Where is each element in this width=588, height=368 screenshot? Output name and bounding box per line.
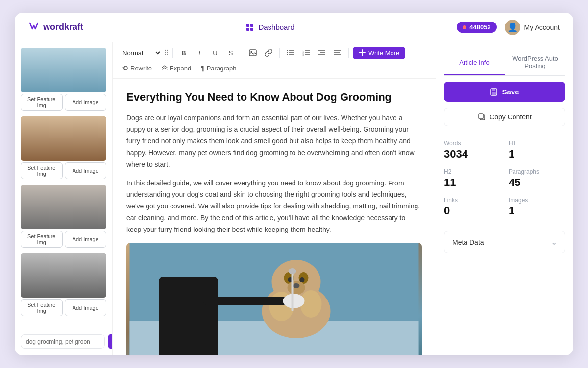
svg-rect-13 — [21, 185, 106, 229]
images-value: 1 — [509, 205, 565, 217]
add-image-btn-2[interactable]: Add Image — [65, 162, 107, 179]
sidebar-actions-4: Set Feature Img Add Image — [21, 299, 106, 316]
italic-button[interactable]: I — [193, 46, 206, 60]
article-paragraph-2: In this detailed guide, we will cover ev… — [126, 178, 422, 236]
editor-area: Normal Heading 1 Heading 2 Heading 3 ⠿ B… — [113, 42, 436, 355]
set-feature-btn-1[interactable]: Set Feature Img — [21, 94, 63, 111]
svg-point-6 — [45, 48, 74, 74]
svg-point-20 — [47, 255, 68, 281]
set-feature-btn-3[interactable]: Set Feature Img — [21, 231, 63, 248]
add-image-btn-1[interactable]: Add Image — [65, 94, 107, 111]
svg-point-56 — [283, 294, 305, 308]
link-toolbar-button[interactable] — [262, 46, 275, 60]
send-button[interactable] — [108, 334, 113, 349]
add-image-btn-4[interactable]: Add Image — [65, 299, 107, 316]
svg-rect-14 — [21, 205, 106, 229]
meta-data-section[interactable]: Meta Data ⌄ — [444, 231, 565, 253]
svg-point-8 — [49, 49, 71, 69]
paragraphs-value: 45 — [509, 176, 565, 189]
tab-article-info[interactable]: Article Info — [444, 50, 505, 75]
svg-rect-61 — [492, 92, 496, 95]
set-feature-btn-2[interactable]: Set Feature Img — [21, 162, 63, 179]
svg-point-10 — [37, 119, 90, 161]
write-more-label: Write More — [368, 49, 399, 57]
write-more-button[interactable]: Write More — [353, 47, 405, 59]
svg-point-51 — [300, 277, 305, 282]
sidebar-image-3 — [21, 185, 106, 229]
h2-value: 11 — [444, 176, 501, 189]
svg-point-49 — [293, 283, 300, 288]
copy-content-button[interactable]: Copy Content — [444, 108, 565, 126]
sidebar-actions-3: Set Feature Img Add Image — [21, 231, 106, 248]
svg-rect-63 — [479, 114, 483, 119]
links-stat: Links 0 — [444, 197, 501, 217]
account-label: My Account — [524, 23, 560, 31]
rewrite-button[interactable]: Rewrite — [119, 62, 156, 74]
svg-text:3: 3 — [303, 54, 304, 56]
sidebar-actions-2: Set Feature Img Add Image — [21, 162, 106, 179]
sidebar-image-group-3: Set Feature Img Add Image — [21, 185, 106, 248]
add-image-btn-3[interactable]: Add Image — [65, 231, 107, 248]
format-select[interactable]: Normal Heading 1 Heading 2 Heading 3 — [119, 48, 162, 58]
svg-rect-9 — [21, 116, 106, 160]
expand-button[interactable]: Expand — [158, 62, 195, 74]
svg-point-29 — [287, 54, 288, 55]
avatar: 👤 — [505, 20, 520, 35]
svg-rect-57 — [292, 272, 294, 311]
images-label: Images — [509, 197, 565, 204]
svg-point-11 — [44, 120, 83, 154]
paragraph-label: Paragraph — [207, 65, 237, 72]
list-ol-button[interactable]: 123 — [299, 46, 313, 60]
h2-label: H2 — [444, 168, 501, 175]
article-paragraph-1: Dogs are our loyal companions and form a… — [126, 113, 422, 171]
sidebar-image-group-1: Set Feature Img Add Image — [21, 48, 106, 111]
image-toolbar-button[interactable] — [246, 46, 260, 60]
tab-wordpress[interactable]: WordPress Auto Posting — [505, 50, 565, 75]
toolbar: Normal Heading 1 Heading 2 Heading 3 ⠿ B… — [113, 42, 436, 79]
header-right: 448052 👤 My Account — [457, 20, 560, 35]
paragraph-button[interactable]: ¶ Paragraph — [197, 62, 240, 74]
svg-rect-1 — [250, 24, 253, 27]
sidebar: Set Feature Img Add Image Set Feature Im… — [15, 42, 113, 355]
header: wordkraft Dashboard 448052 👤 My Account — [15, 13, 573, 42]
svg-rect-4 — [21, 48, 106, 92]
list-ul-button[interactable] — [284, 46, 297, 60]
strikethrough-button[interactable]: S — [224, 46, 238, 60]
sidebar-image-2 — [21, 116, 106, 161]
chevron-down-icon: ⌄ — [551, 237, 557, 247]
images-stat: Images 1 — [509, 197, 565, 217]
rewrite-label: Rewrite — [130, 65, 152, 72]
expand-label: Expand — [170, 65, 191, 72]
save-button[interactable]: Save — [444, 82, 565, 102]
words-value: 3034 — [444, 148, 501, 161]
indent-right-button[interactable] — [331, 46, 344, 60]
svg-point-28 — [287, 52, 288, 53]
article-image — [126, 243, 422, 355]
set-feature-btn-4[interactable]: Set Feature Img — [21, 299, 63, 316]
h2-stat: H2 11 — [444, 168, 501, 189]
words-stat: Words 3034 — [444, 140, 501, 161]
svg-rect-55 — [203, 297, 292, 305]
indent-left-button[interactable] — [315, 46, 329, 60]
svg-rect-5 — [21, 63, 106, 92]
dashboard-label: Dashboard — [258, 23, 294, 31]
h1-label: H1 — [509, 140, 565, 147]
logo-icon — [28, 21, 39, 34]
account-menu[interactable]: 👤 My Account — [505, 20, 560, 35]
editor-content[interactable]: Everything You Need to Know About Dog Gr… — [113, 79, 436, 355]
article-title: Everything You Need to Know About Dog Gr… — [126, 91, 422, 105]
svg-rect-22 — [249, 50, 256, 56]
paragraphs-label: Paragraphs — [509, 168, 565, 175]
toolbar-divider-1 — [172, 48, 173, 58]
sidebar-image-group-4: Set Feature Img Add Image — [21, 253, 106, 316]
bold-button[interactable]: B — [177, 46, 191, 60]
image-search-input[interactable] — [21, 334, 105, 349]
svg-point-17 — [45, 189, 65, 210]
svg-rect-2 — [246, 28, 249, 31]
svg-rect-7 — [48, 70, 72, 92]
sidebar-image-4 — [21, 253, 106, 298]
meta-data-label: Meta Data — [452, 238, 484, 246]
underline-button[interactable]: U — [208, 46, 222, 60]
right-panel: Article Info WordPress Auto Posting Save… — [436, 42, 573, 355]
dashboard-nav[interactable]: Dashboard — [245, 23, 294, 32]
